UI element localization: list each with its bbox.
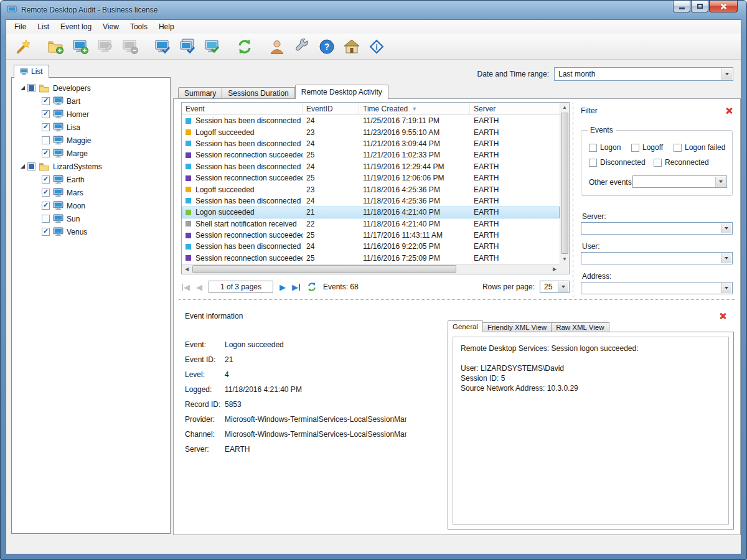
- table-row[interactable]: Session has been disconnected2411/18/201…: [182, 195, 560, 207]
- settings-wrench-icon[interactable]: [291, 36, 312, 57]
- table-row[interactable]: Session reconnection succeeded2511/16/20…: [182, 253, 560, 264]
- tab-summary[interactable]: Summary: [178, 87, 222, 99]
- prev-page-button[interactable]: ◀: [196, 282, 202, 292]
- checkbox-disconnected[interactable]: Disconnected: [589, 158, 646, 167]
- close-filter-icon[interactable]: [725, 107, 733, 114]
- tree-item-homer[interactable]: Homer: [12, 108, 170, 121]
- tree-group-developers[interactable]: Developers: [12, 82, 170, 95]
- user-filter-select[interactable]: [581, 252, 733, 264]
- menu-view[interactable]: View: [97, 21, 125, 33]
- page-indicator[interactable]: 1 of 3 pages: [209, 281, 273, 293]
- menu-help[interactable]: Help: [153, 21, 180, 33]
- table-row[interactable]: Session has been disconnected2411/25/201…: [182, 115, 560, 126]
- tab-raw-xml-view[interactable]: Raw XML View: [552, 322, 609, 332]
- maximize-button[interactable]: [691, 1, 708, 12]
- about-info-icon[interactable]: i: [366, 36, 387, 57]
- server-filter-select[interactable]: [581, 222, 733, 235]
- add-computer-icon[interactable]: [70, 36, 91, 57]
- table-row-selected[interactable]: Logon succeeded2111/18/2016 4:21:40 PMEA…: [182, 207, 560, 218]
- table-row[interactable]: Session reconnection succeeded2511/17/20…: [182, 230, 560, 241]
- scroll-right-icon[interactable]: ▶: [550, 264, 560, 274]
- tree-item-moon[interactable]: Moon: [12, 199, 170, 212]
- menu-event-log[interactable]: Event log: [55, 21, 97, 33]
- horizontal-splitter[interactable]: [179, 299, 735, 300]
- users-icon[interactable]: [266, 36, 288, 57]
- checkbox[interactable]: [42, 189, 50, 197]
- check-computers-icon[interactable]: [177, 36, 198, 57]
- checkbox[interactable]: [27, 162, 35, 170]
- wizard-icon[interactable]: [12, 36, 34, 57]
- expand-icon[interactable]: [21, 86, 25, 90]
- scroll-down-icon[interactable]: ▼: [560, 254, 569, 264]
- tree-item-maggie[interactable]: Maggie: [12, 134, 170, 147]
- checkbox[interactable]: [42, 123, 50, 131]
- table-row[interactable]: Session reconnection succeeded2511/21/20…: [182, 149, 560, 161]
- checkbox[interactable]: [42, 110, 50, 118]
- tab-list[interactable]: List: [14, 65, 49, 78]
- column-header-event[interactable]: Event: [182, 103, 303, 114]
- edit-computer-icon[interactable]: [95, 36, 116, 57]
- scroll-up-icon[interactable]: ▲: [560, 103, 569, 112]
- horizontal-scroll-thumb[interactable]: [192, 265, 456, 273]
- tree-item-sun[interactable]: Sun: [12, 212, 170, 225]
- scroll-left-icon[interactable]: ◀: [182, 264, 192, 274]
- checkbox-logon[interactable]: Logon: [589, 143, 621, 152]
- checkbox[interactable]: [42, 149, 50, 157]
- checkbox[interactable]: [42, 215, 50, 223]
- tree-group-lizardsystems[interactable]: LizardSystems: [12, 160, 170, 173]
- tab-remote-desktop-activity[interactable]: Remote Desktop Activity: [295, 85, 388, 99]
- expand-icon[interactable]: [21, 164, 25, 169]
- date-range-select[interactable]: Last month: [554, 67, 733, 81]
- close-button[interactable]: [709, 1, 738, 12]
- home-icon[interactable]: [341, 36, 362, 57]
- checkbox[interactable]: [42, 228, 50, 236]
- column-header-eventid[interactable]: EventID: [303, 103, 359, 114]
- menu-tools[interactable]: Tools: [125, 21, 153, 33]
- tree-item-mars[interactable]: Mars: [12, 186, 170, 199]
- check-computer-icon[interactable]: [152, 36, 173, 57]
- last-page-button[interactable]: ▶: [292, 282, 301, 292]
- tab-friendly-xml-view[interactable]: Friendly XML View: [483, 322, 552, 332]
- menu-list[interactable]: List: [32, 21, 55, 33]
- table-row[interactable]: Session has been disconnected2411/19/201…: [182, 161, 560, 172]
- remove-computer-icon[interactable]: [120, 36, 141, 57]
- column-header-time-created[interactable]: Time Created▼: [359, 103, 470, 114]
- checkbox[interactable]: [42, 202, 50, 210]
- refresh-page-button[interactable]: [307, 282, 317, 292]
- checkbox-reconnected[interactable]: Reconnected: [654, 158, 709, 167]
- vertical-splitter[interactable]: [573, 103, 573, 297]
- close-event-info-icon[interactable]: [719, 312, 726, 320]
- tree-item-earth[interactable]: Earth: [12, 173, 170, 186]
- help-icon[interactable]: ?: [316, 36, 337, 57]
- rows-per-page-select[interactable]: 25: [540, 281, 570, 293]
- horizontal-scrollbar[interactable]: ◀ ▶: [182, 264, 560, 274]
- tab-sessions-duration[interactable]: Sessions Duration: [222, 87, 294, 99]
- tree-item-venus[interactable]: Venus: [12, 225, 170, 238]
- column-header-server[interactable]: Server: [470, 103, 569, 114]
- table-row[interactable]: Session has been disconnected2411/16/201…: [182, 241, 560, 252]
- tab-general[interactable]: General: [448, 320, 483, 332]
- checkbox[interactable]: [42, 97, 50, 105]
- next-page-button[interactable]: ▶: [280, 282, 286, 292]
- address-filter-select[interactable]: [581, 282, 733, 294]
- checkbox[interactable]: [42, 175, 50, 184]
- vertical-scroll-thumb[interactable]: [561, 113, 568, 254]
- table-row[interactable]: Session has been disconnected2411/21/201…: [182, 138, 560, 149]
- checkbox-logoff[interactable]: Logoff: [631, 143, 663, 152]
- table-row[interactable]: Logoff succeeded2311/18/2016 4:25:36 PME…: [182, 184, 560, 195]
- add-group-icon[interactable]: [45, 36, 66, 57]
- minimize-button[interactable]: [673, 1, 690, 12]
- table-row[interactable]: Session reconnection succeeded2511/19/20…: [182, 172, 560, 184]
- checkbox-logon-failed[interactable]: Logon failed: [674, 143, 725, 152]
- refresh-icon[interactable]: [234, 36, 255, 57]
- vertical-scrollbar[interactable]: ▲ ▼: [560, 103, 569, 264]
- check-all-computers-icon[interactable]: [202, 36, 223, 57]
- tree-item-bart[interactable]: Bart: [12, 95, 170, 108]
- checkbox[interactable]: [42, 136, 50, 144]
- checkbox[interactable]: [27, 84, 35, 92]
- table-row[interactable]: Logoff succeeded2311/23/2016 9:55:10 AME…: [182, 126, 560, 138]
- table-row[interactable]: Shell start notification received2211/18…: [182, 218, 560, 230]
- tree-item-lisa[interactable]: Lisa: [12, 121, 170, 134]
- first-page-button[interactable]: ◀: [181, 282, 190, 292]
- menu-file[interactable]: File: [9, 21, 32, 33]
